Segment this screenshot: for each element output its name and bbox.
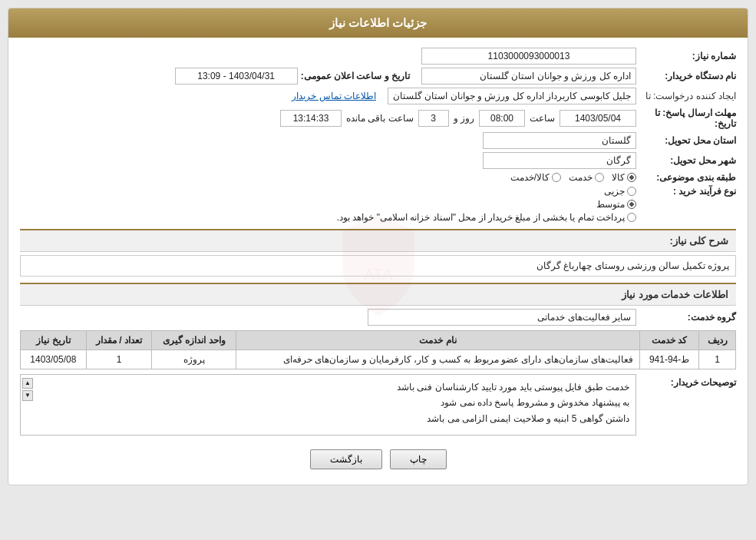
response-deadline-label: مهلت ارسال پاسخ: تا تاریخ: [636, 108, 736, 129]
buyer-org-value: اداره کل ورزش و جوانان استان گلستان [421, 68, 636, 84]
need-number-value: 1103000093000013 [421, 48, 636, 65]
services-table: ردیف کد خدمت نام خدمت واحد اندازه گیری ت… [20, 330, 736, 369]
category-option-kala: کالا [612, 172, 636, 183]
bottom-buttons: چاپ بازگشت [20, 438, 736, 477]
response-deadline-row: مهلت ارسال پاسخ: تا تاریخ: 1403/05/04 سا… [20, 108, 736, 129]
province-value: گلستان [483, 132, 636, 149]
col-header-qty: تعداد / مقدار [86, 331, 152, 350]
scroll-up-btn[interactable]: ▲ [22, 378, 33, 389]
col-header-date: تاریخ نیاز [21, 331, 87, 350]
service-group-label: گروه خدمت: [636, 312, 736, 323]
col-header-code: کد خدمت [640, 331, 699, 350]
page-header: جزئیات اطلاعات نیاز [8, 8, 748, 38]
category-khedmat-label: خدمت [569, 172, 593, 183]
buyer-notes-container: ▲ ▼ خدمت طبق فایل پیوستی باید مورد تایید… [20, 374, 636, 436]
services-section-label: اطلاعات خدمات مورد نیاز [622, 289, 728, 300]
radio-khedmat [595, 173, 604, 182]
contact-link[interactable]: اطلاعات تماس خریدار [292, 91, 376, 101]
purchase-type-motevaset-label: متوسط [596, 199, 625, 210]
col-header-service: نام خدمت [236, 331, 640, 350]
city-row: شهر محل تحویل: گرگان [20, 152, 736, 169]
need-desc-section-label: شرح کلی نیاز: [669, 235, 728, 247]
table-header-row: ردیف کد خدمت نام خدمت واحد اندازه گیری ت… [21, 331, 736, 350]
table-row: 1 ط-94-941 فعالیت‌های سازمان‌های دارای ع… [21, 350, 736, 369]
print-button[interactable]: چاپ [390, 449, 447, 469]
page-wrapper: جزئیات اطلاعات نیاز شماره نیاز: 11030000… [0, 0, 756, 540]
response-time: 08:00 [479, 110, 525, 127]
notes-line-1: خدمت طبق فایل پیوستی باید مورد تایید کار… [27, 379, 629, 395]
purchase-type-jozi: جزیی [337, 186, 636, 197]
category-options: کالا خدمت کالا/خدمت [510, 172, 636, 183]
main-container: جزئیات اطلاعات نیاز شماره نیاز: 11030000… [8, 8, 748, 485]
radio-kala [627, 173, 636, 182]
buyer-notes-row: توصیحات خریدار: ▲ ▼ خدمت طبق فایل پیوستی… [20, 374, 736, 436]
cell-service: فعالیت‌های سازمان‌های دارای عضو مربوط به… [236, 350, 640, 369]
response-days: 3 [418, 110, 449, 127]
cell-row: 1 [699, 350, 736, 369]
buyer-notes-content: ▲ ▼ خدمت طبق فایل پیوستی باید مورد تایید… [20, 374, 636, 436]
creator-row: ایجاد کننده درخواست: تا جلیل کابوسی کارب… [20, 88, 736, 104]
need-number-label: شماره نیاز: [636, 51, 736, 61]
need-number-row: شماره نیاز: 1103000093000013 [20, 48, 736, 65]
response-remaining: 13:14:33 [280, 110, 342, 127]
response-remaining-label: ساعت باقی مانده [346, 113, 414, 124]
content-area: شماره نیاز: 1103000093000013 نام دستگاه … [8, 38, 748, 485]
response-date: 1403/05/04 [560, 110, 636, 127]
date-label: تاریخ و ساعت اعلان عمومی: [301, 71, 410, 81]
need-desc-area: ATA پروژه تکمیل سالن ورزشی روستای چهاربا… [20, 255, 736, 277]
response-days-label: روز و [454, 113, 474, 124]
category-kala-khedmat-label: کالا/خدمت [510, 172, 550, 183]
page-title: جزئیات اطلاعات نیاز [329, 16, 427, 29]
category-label: طبقه بندی موضوعی: [636, 172, 736, 183]
notes-line-2: به پیشنهاد مخدوش و مشروط پاسخ داده نمی ش… [27, 395, 629, 410]
purchase-type-label: نوع فرآیند خرید : [636, 186, 736, 197]
purchase-type-jozi-label: جزیی [604, 186, 625, 197]
radio-kala-khedmat [552, 173, 561, 182]
scroll-down-btn[interactable]: ▼ [22, 390, 33, 401]
need-desc-text: پروژه تکمیل سالن ورزشی روستای چهارباغ گر… [536, 260, 729, 271]
city-value: گرگان [483, 152, 636, 169]
category-option-khedmat: خدمت [569, 172, 604, 183]
response-time-label: ساعت [530, 113, 555, 124]
radio-motevaset [627, 200, 636, 209]
cell-code: ط-94-941 [640, 350, 699, 369]
date-value: 1403/04/31 - 13:09 [175, 68, 298, 84]
category-option-kala-khedmat: کالا/خدمت [510, 172, 561, 183]
col-header-unit: واحد اندازه گیری [152, 331, 236, 350]
category-kala-label: کالا [612, 172, 625, 183]
province-label: استان محل تحویل: [636, 135, 736, 146]
need-desc-value: پروژه تکمیل سالن ورزشی روستای چهارباغ گر… [20, 255, 736, 277]
category-row: طبقه بندی موضوعی: کالا خدمت کالا/خدمت [20, 172, 736, 183]
purchase-type-motevaset: متوسط [337, 199, 636, 210]
buyer-org-label: نام دستگاه خریدار: [636, 71, 736, 81]
creator-value: جلیل کابوسی کاربرداز اداره کل ورزش و جوا… [388, 88, 636, 104]
cell-qty: 1 [86, 350, 152, 369]
buyer-notes-label: توصیحات خریدار: [636, 374, 736, 388]
cell-unit: پروژه [152, 350, 236, 369]
creator-label: ایجاد کننده درخواست: تا [636, 91, 736, 101]
scroll-arrows: ▲ ▼ [22, 378, 33, 401]
radio-esnad [627, 213, 636, 222]
col-header-row: ردیف [699, 331, 736, 350]
radio-jozi [627, 187, 636, 196]
back-button[interactable]: بازگشت [310, 449, 382, 469]
province-row: استان محل تحویل: گلستان [20, 132, 736, 149]
cell-date: 1403/05/08 [21, 350, 87, 369]
city-label: شهر محل تحویل: [636, 155, 736, 166]
buyer-org-row: نام دستگاه خریدار: اداره کل ورزش و جوانا… [20, 68, 736, 84]
notes-line-3: داشتن گواهی 5 ابنیه و صلاحیت ایمنی الزام… [27, 411, 629, 426]
